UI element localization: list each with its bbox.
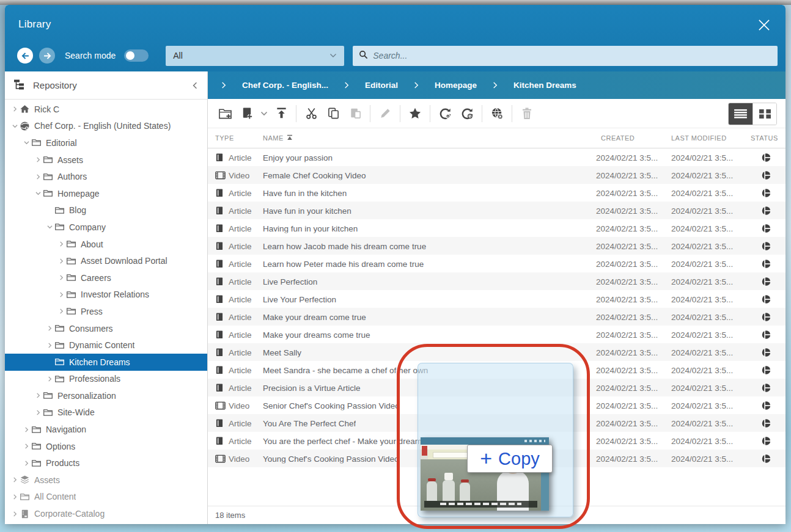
chevron-right-icon[interactable] xyxy=(45,376,54,382)
sidebar-item-editorial[interactable]: Editorial xyxy=(5,134,207,151)
chevron-right-icon[interactable] xyxy=(10,106,20,112)
chevron-right-icon[interactable] xyxy=(10,511,20,517)
item-list: ArticleEnjoy your passion2024/02/21 3:5.… xyxy=(208,148,785,467)
column-header-status[interactable]: STATUS xyxy=(751,134,778,142)
table-row[interactable]: ArticleMeet Sandra - she became a chef o… xyxy=(208,361,785,379)
sidebar-item-about[interactable]: About xyxy=(5,236,207,253)
grid-view-button[interactable] xyxy=(752,103,776,125)
search-input[interactable] xyxy=(373,51,771,60)
dropdown-caret-icon[interactable] xyxy=(258,103,270,125)
table-row[interactable]: ArticleYou are the perfect chef - Make y… xyxy=(208,432,785,450)
sidebar-item-corporate-catalog[interactable]: Corporate-Catalog xyxy=(5,505,207,522)
sidebar-item-investor-relations[interactable]: Investor Relations xyxy=(5,286,207,304)
copy-icon[interactable] xyxy=(322,103,344,125)
publish-schedule-icon[interactable] xyxy=(456,103,478,125)
close-icon[interactable] xyxy=(755,16,773,34)
new-folder-icon[interactable] xyxy=(214,103,236,125)
chevron-down-icon[interactable] xyxy=(45,224,54,230)
breadcrumb-item-editorial[interactable]: Editorial xyxy=(365,81,398,90)
table-row[interactable]: ArticleHave fun in your kitchen2024/02/2… xyxy=(208,202,785,219)
column-header-last-modified[interactable]: LAST MODIFIED xyxy=(671,134,727,142)
chevron-right-icon[interactable] xyxy=(45,343,54,348)
table-row[interactable]: ArticleHave fun in the kitchen2024/02/21… xyxy=(208,184,785,202)
chevron-right-icon[interactable] xyxy=(56,241,66,247)
article-icon xyxy=(215,224,224,233)
column-header-created[interactable]: CREATED xyxy=(601,134,635,142)
sidebar-item-assets[interactable]: Assets xyxy=(5,472,207,489)
sidebar-item-products[interactable]: Products xyxy=(5,454,207,472)
table-row[interactable]: ArticleHaving fun in your kitchen2024/02… xyxy=(208,219,785,237)
sidebar-item-site-wide[interactable]: Site-Wide xyxy=(5,404,207,421)
table-row[interactable]: ArticleMake your dream come true2024/02/… xyxy=(208,308,785,326)
chevron-right-icon[interactable] xyxy=(33,174,43,180)
chevron-right-icon[interactable] xyxy=(45,359,54,365)
sidebar-item-rick-c[interactable]: Rick C xyxy=(5,101,207,118)
table-row[interactable]: ArticleLearn how Jacob made his dream co… xyxy=(208,237,785,255)
collapse-sidebar-icon[interactable] xyxy=(191,82,199,89)
sidebar-item-options[interactable]: Options xyxy=(5,438,207,455)
sidebar-item-navigation[interactable]: Navigation xyxy=(5,421,207,438)
cut-icon[interactable] xyxy=(300,103,322,125)
sidebar-item-all-content[interactable]: All Content xyxy=(5,489,207,506)
chevron-right-icon[interactable] xyxy=(10,494,20,500)
chevron-down-icon[interactable] xyxy=(21,140,31,145)
search-mode-toggle[interactable] xyxy=(124,49,149,62)
sidebar-item-blog[interactable]: Blog xyxy=(5,202,207,219)
chevron-right-icon[interactable] xyxy=(56,275,66,280)
breadcrumb-item-kitchen-dreams[interactable]: Kitchen Dreams xyxy=(513,81,576,90)
column-header-type[interactable]: TYPE xyxy=(215,134,234,142)
new-content-icon[interactable] xyxy=(236,103,258,125)
chevron-right-icon[interactable] xyxy=(45,326,54,331)
table-row[interactable]: ArticleLearn how Peter made his dream co… xyxy=(208,255,785,272)
chevron-right-icon[interactable] xyxy=(56,292,66,297)
sidebar-item-careers[interactable]: Careers xyxy=(5,269,207,286)
sidebar-item-company[interactable]: Company xyxy=(5,219,207,236)
breadcrumb-item-homepage[interactable]: Homepage xyxy=(435,81,477,90)
sidebar-item-homepage[interactable]: Homepage xyxy=(5,185,207,202)
filter-dropdown[interactable]: All xyxy=(166,46,344,66)
forward-button[interactable] xyxy=(39,48,55,64)
chevron-right-icon[interactable] xyxy=(45,208,54,213)
favorite-icon[interactable] xyxy=(404,103,426,125)
table-row[interactable]: ArticleLive Your Perfection2024/02/21 3:… xyxy=(208,290,785,308)
chevron-down-icon[interactable] xyxy=(33,191,43,196)
table-row[interactable]: ArticleYou Are The Perfect Chef2024/02/2… xyxy=(208,414,785,432)
sidebar-item-dynamic-content[interactable]: Dynamic Content xyxy=(5,337,207,354)
table-row[interactable]: VideoYoung Chef's Cooking Passion Video2… xyxy=(208,450,785,467)
sidebar-item-assets[interactable]: Assets xyxy=(5,151,207,169)
sidebar-item-press[interactable]: Press xyxy=(5,303,207,320)
upload-icon[interactable] xyxy=(270,103,292,125)
sidebar-item-chef-corp-english-united-states[interactable]: Chef Corp. - English (United States) xyxy=(5,118,207,135)
chevron-right-icon[interactable] xyxy=(21,427,31,432)
sidebar-item-consumers[interactable]: Consumers xyxy=(5,320,207,337)
chevron-right-icon[interactable] xyxy=(33,157,43,162)
chevron-right-icon[interactable] xyxy=(33,410,43,415)
table-row[interactable]: ArticleLive Perfection2024/02/21 3:5...2… xyxy=(208,272,785,290)
sidebar-item-label: Blog xyxy=(69,205,86,215)
table-row[interactable]: VideoFemale Chef Cooking Video2024/02/21… xyxy=(208,166,785,184)
table-row[interactable]: ArticlePrecision is a Virtue Article2024… xyxy=(208,379,785,396)
list-view-button[interactable] xyxy=(729,103,752,125)
unpublish-icon[interactable] xyxy=(486,103,508,125)
sidebar-item-asset-download-portal[interactable]: Asset Download Portal xyxy=(5,252,207,269)
chevron-right-icon[interactable] xyxy=(33,393,43,398)
chevron-right-icon[interactable] xyxy=(56,258,66,264)
sidebar-item-professionals[interactable]: Professionals xyxy=(5,371,207,388)
column-header-name[interactable]: NAME xyxy=(263,134,293,142)
chevron-right-icon[interactable] xyxy=(56,308,66,314)
chevron-right-icon[interactable] xyxy=(21,461,31,466)
breadcrumb-item-chef-corp-english[interactable]: Chef Corp. - English... xyxy=(242,81,328,90)
chevron-right-icon[interactable] xyxy=(10,477,20,483)
sidebar-item-personalization[interactable]: Personalization xyxy=(5,387,207,404)
table-row[interactable]: ArticleMake your dreams come true2024/02… xyxy=(208,326,785,343)
publish-icon[interactable] xyxy=(434,103,456,125)
back-button[interactable] xyxy=(17,48,33,64)
table-row[interactable]: VideoSenior Chef's Cooking Passion Video… xyxy=(208,396,785,414)
chevron-right-icon[interactable] xyxy=(21,443,31,449)
video-icon xyxy=(215,454,226,463)
table-row[interactable]: ArticleEnjoy your passion2024/02/21 3:5.… xyxy=(208,148,785,166)
chevron-down-icon[interactable] xyxy=(10,123,20,129)
table-row[interactable]: ArticleMeet Sally2024/02/21 3:5...2024/0… xyxy=(208,343,785,361)
sidebar-item-authors[interactable]: Authors xyxy=(5,168,207,185)
sidebar-item-kitchen-dreams[interactable]: Kitchen Dreams xyxy=(5,354,207,371)
